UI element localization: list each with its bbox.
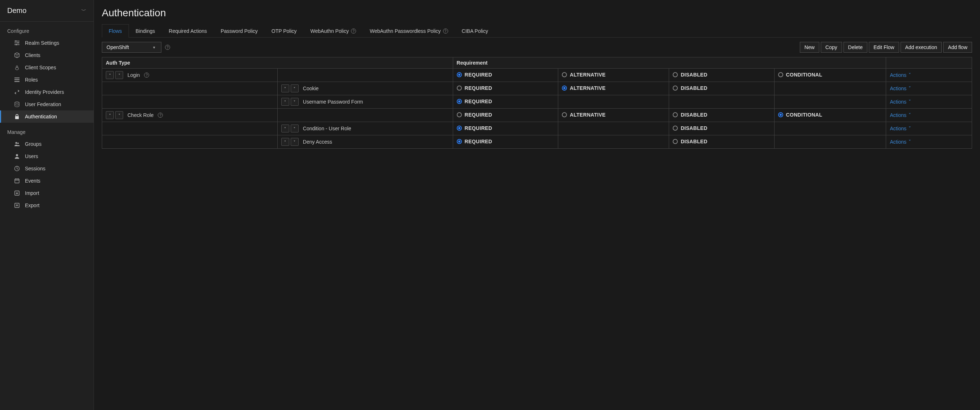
svg-point-9 (15, 102, 19, 103)
sidebar-item-clients[interactable]: Clients (0, 49, 94, 61)
edit-flow-button[interactable]: Edit Flow (869, 42, 899, 53)
sidebar-item-authentication[interactable]: Authentication (0, 110, 94, 123)
sidebar-item-sessions[interactable]: Sessions (0, 162, 94, 175)
actions-dropdown[interactable]: Actions˅ (890, 99, 911, 105)
svg-point-12 (18, 143, 19, 144)
move-up-button[interactable]: ˄ (281, 124, 289, 132)
copy-button[interactable]: Copy (821, 42, 842, 53)
requirement-alternative[interactable]: ALTERNATIVE (562, 85, 606, 91)
sidebar-item-roles[interactable]: Roles (0, 74, 94, 86)
sidebar-item-import[interactable]: Import (0, 187, 94, 199)
requirement-label: DISABLED (681, 112, 707, 118)
tab-ciba-policy[interactable]: CIBA Policy (455, 24, 495, 38)
requirement-required[interactable]: REQUIRED (457, 72, 492, 78)
move-up-button[interactable]: ˄ (281, 84, 289, 92)
sidebar-item-export[interactable]: Export (0, 199, 94, 211)
tab-required-actions[interactable]: Required Actions (162, 24, 214, 38)
requirement-required[interactable]: REQUIRED (457, 125, 492, 131)
tab-otp-policy[interactable]: OTP Policy (265, 24, 304, 38)
requirement-label: ALTERNATIVE (570, 85, 606, 91)
requirement-alternative[interactable]: ALTERNATIVE (562, 112, 606, 118)
radio-icon (673, 139, 678, 144)
sidebar-item-client-scopes[interactable]: Client Scopes (0, 61, 94, 74)
help-icon[interactable]: ? (144, 73, 149, 78)
requirement-required[interactable]: REQUIRED (457, 85, 492, 91)
sidebar-item-users[interactable]: Users (0, 150, 94, 162)
actions-dropdown[interactable]: Actions˅ (890, 72, 911, 78)
add-execution-button[interactable]: Add execution (900, 42, 942, 53)
requirement-conditional[interactable]: CONDITIONAL (778, 72, 822, 78)
actions-label: Actions (890, 112, 906, 118)
add-flow-button[interactable]: Add flow (943, 42, 972, 53)
sidebar-item-user-federation[interactable]: User Federation (0, 98, 94, 110)
sidebar-section-header: Configure (0, 22, 94, 37)
requirement-disabled[interactable]: DISABLED (673, 125, 707, 131)
requirement-required[interactable]: REQUIRED (457, 138, 492, 145)
actions-dropdown[interactable]: Actions˅ (890, 126, 911, 131)
move-down-button[interactable]: ˅ (291, 84, 299, 92)
sidebar-item-label: Users (25, 153, 38, 159)
flow-table: Auth Type Requirement ˄˅Login?REQUIREDAL… (102, 57, 972, 149)
tab-flows[interactable]: Flows (102, 24, 129, 38)
move-down-button[interactable]: ˅ (291, 98, 299, 106)
tab-webauthn-policy[interactable]: WebAuthn Policy? (304, 24, 363, 38)
table-row: ˄˅Condition - User RoleREQUIREDDISABLEDA… (102, 122, 972, 135)
chevron-down-icon: ˅ (908, 72, 911, 78)
tab-label: Password Policy (221, 28, 258, 34)
requirement-disabled[interactable]: DISABLED (673, 72, 707, 78)
sidebar-item-groups[interactable]: Groups (0, 138, 94, 150)
move-down-button[interactable]: ˅ (115, 111, 123, 119)
requirement-label: REQUIRED (465, 99, 492, 104)
radio-icon (457, 99, 462, 104)
new-button[interactable]: New (800, 42, 819, 53)
sidebar-item-label: Roles (25, 77, 38, 83)
requirement-conditional[interactable]: CONDITIONAL (778, 112, 822, 118)
help-icon[interactable]: ? (165, 45, 170, 50)
tab-label: WebAuthn Passwordless Policy (370, 28, 441, 34)
svg-rect-8 (14, 81, 19, 82)
sidebar-item-identity-providers[interactable]: Identity Providers (0, 86, 94, 98)
tab-password-policy[interactable]: Password Policy (214, 24, 265, 38)
export-icon (14, 202, 20, 208)
actions-dropdown[interactable]: Actions˅ (890, 139, 911, 145)
sidebar-item-label: Identity Providers (25, 89, 64, 95)
table-row: ˄˅CookieREQUIREDALTERNATIVEDISABLEDActio… (102, 82, 972, 95)
help-icon[interactable]: ? (443, 29, 448, 33)
realm-name: Demo (7, 6, 26, 15)
tab-label: OTP Policy (272, 28, 297, 34)
actions-dropdown[interactable]: Actions˅ (890, 86, 911, 91)
sidebar-item-label: User Federation (25, 102, 61, 107)
requirement-disabled[interactable]: DISABLED (673, 85, 707, 91)
requirement-disabled[interactable]: DISABLED (673, 112, 707, 118)
execution-name: Condition - User Role (303, 126, 352, 131)
move-up-button[interactable]: ˄ (106, 71, 114, 79)
move-up-button[interactable]: ˄ (106, 111, 114, 119)
actions-dropdown[interactable]: Actions˅ (890, 112, 911, 118)
sidebar-item-events[interactable]: Events (0, 175, 94, 187)
requirement-disabled[interactable]: DISABLED (673, 138, 707, 145)
move-down-button[interactable]: ˅ (291, 138, 299, 146)
radio-icon (673, 72, 678, 77)
radio-icon (673, 86, 678, 91)
move-down-button[interactable]: ˅ (291, 124, 299, 132)
radio-icon (673, 126, 678, 131)
clock-icon (14, 166, 20, 172)
requirement-required[interactable]: REQUIRED (457, 112, 492, 118)
move-up-button[interactable]: ˄ (281, 138, 289, 146)
help-icon[interactable]: ? (158, 113, 163, 118)
requirement-alternative[interactable]: ALTERNATIVE (562, 72, 606, 78)
sidebar-item-realm-settings[interactable]: Realm Settings (0, 37, 94, 49)
tab-bindings[interactable]: Bindings (129, 24, 162, 38)
sliders-icon (14, 40, 20, 46)
svg-rect-0 (14, 41, 19, 41)
delete-button[interactable]: Delete (843, 42, 867, 53)
move-down-button[interactable]: ˅ (115, 71, 123, 79)
cube-icon (14, 52, 20, 58)
realm-selector[interactable]: Demo ﹀ (0, 0, 94, 22)
flow-select[interactable]: OpenShift (102, 42, 161, 53)
radio-icon (457, 139, 462, 144)
tab-webauthn-passwordless-policy[interactable]: WebAuthn Passwordless Policy? (363, 24, 455, 38)
requirement-required[interactable]: REQUIRED (457, 99, 492, 104)
move-up-button[interactable]: ˄ (281, 98, 289, 106)
help-icon[interactable]: ? (351, 29, 356, 33)
